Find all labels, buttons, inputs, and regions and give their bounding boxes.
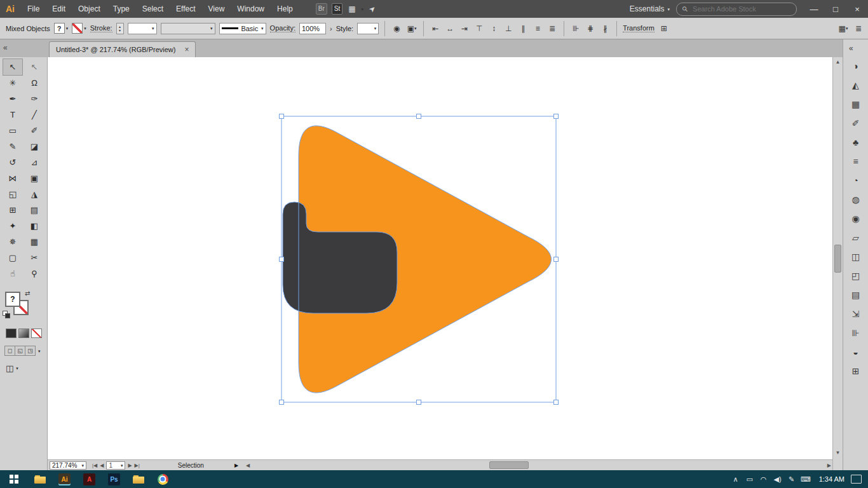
align-bottom-icon[interactable]: ⊥	[503, 22, 514, 35]
distribute-vertical-icon[interactable]: ⋕	[585, 22, 596, 35]
search-input[interactable]	[691, 4, 790, 13]
swap-fill-stroke-icon[interactable]: ⇄	[25, 290, 30, 297]
stepper-down-icon[interactable]: ▾	[119, 29, 121, 32]
bridge-icon[interactable]: Br	[316, 3, 327, 15]
first-artboard-button[interactable]: |◀	[92, 463, 97, 468]
width-tool[interactable]: ⋈	[3, 170, 22, 186]
scroll-up-icon[interactable]: ▲	[833, 59, 843, 65]
keyboard-icon[interactable]: ⌨	[799, 470, 813, 488]
symbols-panel-icon[interactable]: ♣	[843, 133, 868, 152]
opacity-panel-link[interactable]: Opacity:	[270, 24, 295, 32]
stroke-none-swatch[interactable]	[72, 23, 83, 34]
blend-tool[interactable]: ◧	[25, 218, 44, 234]
column-graph-tool[interactable]: ▦	[25, 234, 44, 250]
direct-selection-tool[interactable]: ↖	[25, 59, 44, 75]
lasso-tool[interactable]: Ω	[25, 75, 44, 91]
toolbar-collapse-icon[interactable]: «	[3, 43, 6, 52]
eraser-tool[interactable]: ◪	[25, 139, 44, 154]
curvature-tool[interactable]: ✑	[25, 91, 44, 107]
clock[interactable]: 1:34 AM	[813, 475, 851, 483]
tab-close-icon[interactable]: ×	[184, 45, 189, 54]
hand-tool[interactable]: ☝	[3, 266, 22, 281]
paintbrush-tool[interactable]: ✐	[25, 123, 44, 139]
stroke-weight-dropdown[interactable]: ▾	[128, 23, 157, 34]
default-fill-stroke-icon[interactable]	[3, 311, 11, 318]
artboard-tool[interactable]: ▢	[3, 250, 22, 266]
perspective-grid-tool[interactable]: ◮	[25, 186, 44, 202]
scroll-left-icon[interactable]: ◀	[246, 463, 250, 468]
fill-color-control[interactable]: ? ▾	[54, 23, 69, 34]
menu-effect[interactable]: Effect	[170, 0, 201, 18]
pen-icon[interactable]: ✎	[785, 470, 799, 488]
menu-file[interactable]: File	[21, 0, 46, 18]
document-tab[interactable]: Untitled-3* @ 217.74% (RGB/Preview) ×	[49, 41, 196, 57]
distribute-center-icon[interactable]: ≡	[532, 22, 543, 35]
align-right-icon[interactable]: ⇥	[459, 22, 470, 35]
graphic-styles-panel-icon[interactable]: ▱	[843, 228, 868, 247]
align-middle-icon[interactable]: ↕	[488, 22, 499, 35]
menu-select[interactable]: Select	[136, 0, 170, 18]
color-button[interactable]	[6, 329, 17, 338]
chevron-down-icon[interactable]: ▾	[362, 7, 364, 11]
eyedropper-tool[interactable]: ✦	[3, 218, 22, 234]
file-explorer-icon[interactable]	[28, 470, 52, 488]
restore-button[interactable]: □	[825, 0, 846, 18]
align-to-icon[interactable]: ▣ ▾	[406, 22, 417, 35]
layers-panel-icon[interactable]: ▤	[843, 285, 868, 304]
action-center-icon[interactable]	[851, 475, 862, 484]
adobe-stock-search[interactable]: ⚲	[676, 3, 797, 16]
pathfinder-panel-icon[interactable]: ◒	[843, 342, 868, 362]
free-transform-tool[interactable]: ▣	[25, 170, 44, 186]
draw-inside-mode[interactable]: ◳	[25, 346, 36, 356]
last-artboard-button[interactable]: ▶|	[135, 463, 140, 468]
stroke-weight-stepper[interactable]: ▴ ▾	[116, 23, 124, 34]
transform-options-icon[interactable]: ⊞	[658, 22, 670, 35]
arrange-documents-icon[interactable]: ▦ ▾	[837, 22, 849, 35]
transform-panel-icon[interactable]: ⊞	[843, 362, 868, 381]
opacity-flyout-icon[interactable]: ›	[330, 25, 332, 32]
slice-tool[interactable]: ✂	[25, 250, 44, 266]
mesh-tool[interactable]: ⊞	[3, 202, 22, 218]
distribute-horizontal-icon[interactable]: ⊪	[570, 22, 581, 35]
minimize-button[interactable]: —	[803, 0, 825, 18]
width-profile-dropdown[interactable]: ▾	[161, 23, 215, 34]
magic-wand-tool[interactable]: ✳	[3, 75, 22, 91]
recolor-artwork-icon[interactable]: ◉	[391, 22, 402, 35]
illustrator-taskbar-icon[interactable]: Ai	[58, 473, 71, 485]
symbol-sprayer-tool[interactable]: ✵	[3, 234, 22, 250]
menu-help[interactable]: Help	[271, 0, 299, 18]
rotate-tool[interactable]: ↺	[3, 154, 22, 170]
volume-icon[interactable]: ◀)	[771, 470, 785, 488]
pen-tool[interactable]: ✒	[3, 91, 22, 107]
vertical-scroll-thumb[interactable]	[834, 245, 841, 273]
horizontal-scroll-thumb[interactable]	[489, 461, 529, 469]
gradient-tool[interactable]: ▤	[25, 202, 44, 218]
opacity-field[interactable]: 100%	[299, 23, 326, 34]
artboard-number-dropdown[interactable]: 1 ▾	[106, 461, 125, 470]
menu-object[interactable]: Object	[72, 0, 107, 18]
gpu-performance-icon[interactable]: ➤	[367, 3, 378, 14]
photoshop-taskbar-icon[interactable]: Ps	[108, 473, 120, 485]
rectangle-tool[interactable]: ▭	[3, 123, 22, 139]
distribute-top-icon[interactable]: ∥	[517, 22, 529, 35]
folder-taskbar-icon[interactable]	[126, 470, 151, 488]
style-dropdown[interactable]: ▾	[357, 23, 379, 34]
brushes-panel-icon[interactable]: ✐	[843, 114, 868, 133]
distribute-bottom-icon[interactable]: ≣	[546, 22, 558, 35]
stock-icon[interactable]: St	[332, 3, 342, 15]
stroke-color-control[interactable]: ▾	[72, 23, 86, 34]
scroll-down-icon[interactable]: ▼	[833, 450, 843, 456]
zoom-tool[interactable]: ⚲	[25, 266, 44, 281]
draw-behind-mode[interactable]: ◱	[15, 346, 25, 356]
align-left-icon[interactable]: ⇤	[430, 22, 441, 35]
artboard-canvas[interactable]	[48, 57, 832, 459]
shaper-tool[interactable]: ✎	[3, 139, 22, 154]
acrobat-taskbar-icon[interactable]: A	[83, 473, 95, 485]
none-button[interactable]	[31, 329, 42, 338]
browser-taskbar-icon[interactable]	[151, 470, 175, 488]
asset-export-panel-icon[interactable]: ⇲	[843, 304, 868, 323]
battery-icon[interactable]: ▭	[743, 470, 757, 488]
draw-normal-mode[interactable]: ◻	[4, 346, 15, 356]
shape-builder-tool[interactable]: ◱	[3, 186, 22, 202]
close-button[interactable]: ×	[846, 0, 868, 18]
